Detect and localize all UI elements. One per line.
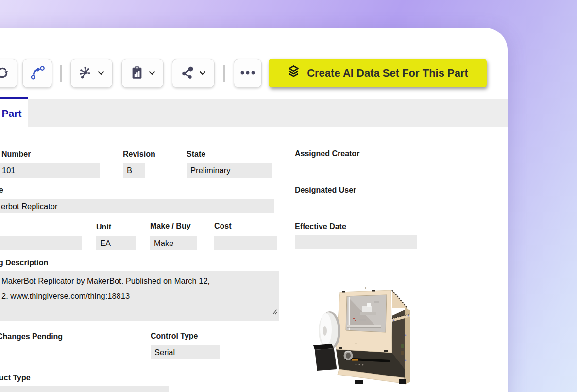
toolbar-divider [223,65,225,82]
designated-user-label: Designated User [295,186,356,195]
refresh-button[interactable] [0,59,17,88]
long-description-line1: MakerBot Replicator by MakerBot. Publish… [1,274,277,289]
make-buy-label: Make / Buy [150,222,191,230]
create-ai-dataset-label: Create AI Data Set For This Part [307,67,468,80]
left-unlabeled-input[interactable] [0,236,82,250]
product-type-input[interactable] [0,386,169,392]
promote-button[interactable] [22,59,52,88]
toolbar-divider [60,65,62,82]
changes-pending-label: Changes Pending [0,332,63,341]
long-description-line2: 2. www.thingiverse.com/thing:18813 [1,289,277,304]
revision-label: Revision [123,150,155,159]
state-label: State [187,150,205,159]
chevron-down-icon [97,69,105,78]
state-input[interactable] [187,163,272,178]
more-actions-button[interactable] [234,59,262,88]
cost-input[interactable] [214,236,277,250]
cost-label: Cost [214,222,232,230]
clipboard-chart-icon [130,65,144,82]
create-ai-dataset-button[interactable]: Create AI Data Set For This Part [269,59,487,87]
layers-icon [287,65,300,81]
make-buy-input[interactable] [150,236,197,250]
name-label: e [0,186,3,195]
control-type-input[interactable] [151,345,220,359]
name-input[interactable] [0,199,274,213]
tab-part-label: Part [2,108,22,119]
chevron-down-icon [148,69,156,78]
hub-icon [79,65,93,82]
ellipsis-icon [239,69,256,78]
number-input[interactable] [0,163,100,178]
part-thumbnail-image [312,287,414,385]
chevron-down-icon [199,69,206,78]
tab-part[interactable]: Part [0,97,28,127]
number-label: Number [1,150,31,159]
long-description-label: g Description [0,259,48,267]
long-description-textarea[interactable]: MakerBot Replicator by MakerBot. Publish… [0,271,279,321]
reports-dropdown-button[interactable] [121,59,164,88]
unit-label: Unit [96,223,111,231]
unit-input[interactable] [96,236,136,250]
effective-date-label: Effective Date [295,222,346,231]
assigned-creator-label: Assigned Creator [295,149,359,158]
effective-date-input[interactable] [295,235,417,249]
tab-strip [0,99,508,127]
share-dropdown-button[interactable] [172,59,215,88]
revision-input[interactable] [123,163,145,178]
refresh-icon [0,65,10,82]
structure-dropdown-button[interactable] [70,59,113,88]
resize-handle-icon[interactable] [271,305,277,320]
share-icon [180,65,195,82]
product-type-label: uct Type [0,374,31,382]
promote-arrow-icon [30,65,45,82]
control-type-label: Control Type [151,332,198,341]
